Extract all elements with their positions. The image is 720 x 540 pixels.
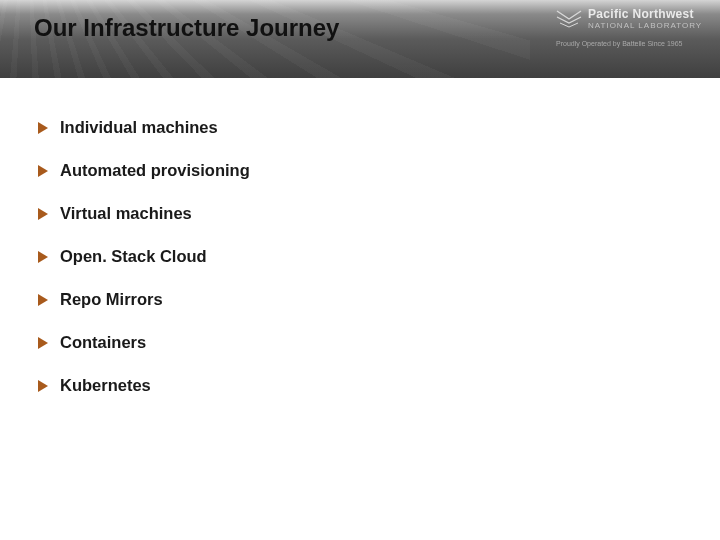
logo-line1: Pacific Northwest: [588, 8, 702, 21]
bullet-triangle-icon: [38, 122, 48, 134]
page-title: Our Infrastructure Journey: [34, 14, 339, 42]
bullet-triangle-icon: [38, 251, 48, 263]
list-item-label: Individual machines: [60, 118, 218, 137]
bullet-triangle-icon: [38, 380, 48, 392]
header-band: Our Infrastructure Journey Pacific North…: [0, 0, 720, 78]
list-item: Individual machines: [38, 106, 720, 149]
list-item: Automated provisioning: [38, 149, 720, 192]
list-item: Containers: [38, 321, 720, 364]
list-item-label: Virtual machines: [60, 204, 192, 223]
content-area: Individual machines Automated provisioni…: [0, 78, 720, 407]
bullet-triangle-icon: [38, 337, 48, 349]
list-item-label: Repo Mirrors: [60, 290, 163, 309]
slide: Our Infrastructure Journey Pacific North…: [0, 0, 720, 540]
list-item: Virtual machines: [38, 192, 720, 235]
logo-line2: NATIONAL LABORATORY: [588, 21, 702, 30]
bullet-triangle-icon: [38, 165, 48, 177]
list-item-label: Open. Stack Cloud: [60, 247, 207, 266]
bullet-triangle-icon: [38, 294, 48, 306]
list-item-label: Kubernetes: [60, 376, 151, 395]
list-item: Kubernetes: [38, 364, 720, 407]
bullet-list: Individual machines Automated provisioni…: [38, 106, 720, 407]
list-item: Open. Stack Cloud: [38, 235, 720, 278]
logo-tagline: Proudly Operated by Battelle Since 1965: [556, 40, 706, 47]
bullet-triangle-icon: [38, 208, 48, 220]
logo-mark-icon: [556, 9, 582, 29]
logo-text: Pacific Northwest NATIONAL LABORATORY: [588, 8, 702, 30]
list-item-label: Containers: [60, 333, 146, 352]
logo-row: Pacific Northwest NATIONAL LABORATORY: [556, 8, 706, 30]
logo-block: Pacific Northwest NATIONAL LABORATORY Pr…: [556, 8, 706, 47]
list-item-label: Automated provisioning: [60, 161, 250, 180]
list-item: Repo Mirrors: [38, 278, 720, 321]
